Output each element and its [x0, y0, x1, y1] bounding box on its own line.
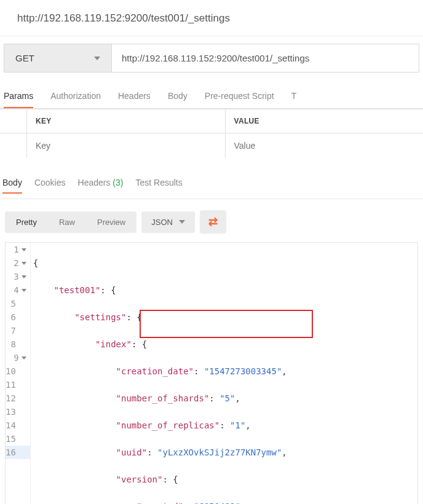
- request-tabs: Params Authorization Headers Body Pre-re…: [0, 73, 423, 109]
- headers-count-badge: (3): [113, 178, 123, 187]
- wrap-icon: ⇄: [208, 215, 218, 229]
- tab-tests[interactable]: T: [291, 91, 297, 108]
- format-label: JSON: [151, 218, 173, 227]
- tab-headers[interactable]: Headers: [118, 91, 151, 108]
- chevron-down-icon: [179, 220, 185, 224]
- params-table: KEY VALUE: [0, 109, 423, 158]
- tab-pre-request[interactable]: Pre-request Script: [205, 91, 274, 108]
- format-select[interactable]: JSON: [141, 211, 195, 233]
- column-value-header: VALUE: [226, 109, 424, 133]
- response-tab-cookies[interactable]: Cookies: [34, 178, 66, 194]
- response-tabs: Body Cookies Headers (3) Test Results: [0, 164, 423, 199]
- view-pretty[interactable]: Pretty: [5, 211, 48, 233]
- http-method-label: GET: [15, 53, 34, 63]
- line-gutter: 1 2 3 4 5 6 7 8 9 10 11 12 13 14 15 16: [6, 243, 31, 504]
- request-bar: GET: [4, 44, 419, 73]
- param-value-input[interactable]: [226, 133, 424, 158]
- response-tab-test-results[interactable]: Test Results: [135, 178, 182, 194]
- param-key-input[interactable]: [27, 133, 226, 158]
- request-url-input[interactable]: [112, 44, 419, 72]
- response-view-toolbar: Pretty Raw Preview JSON ⇄: [0, 199, 423, 242]
- view-preview[interactable]: Preview: [86, 211, 136, 233]
- column-key-header: KEY: [27, 109, 226, 133]
- http-method-select[interactable]: GET: [4, 44, 112, 72]
- response-tab-body[interactable]: Body: [2, 178, 22, 194]
- json-content: { "test001": { "settings": { "index": { …: [31, 243, 417, 504]
- response-body[interactable]: 1 2 3 4 5 6 7 8 9 10 11 12 13 14 15 16 {…: [5, 242, 418, 504]
- response-tab-headers[interactable]: Headers (3): [78, 178, 124, 194]
- line-wrap-button[interactable]: ⇄: [200, 210, 226, 234]
- view-raw[interactable]: Raw: [48, 211, 86, 233]
- tab-authorization[interactable]: Authorization: [50, 91, 101, 108]
- chevron-down-icon: [94, 57, 100, 60]
- request-title: http://192.168.119.152:9200/test001/_set…: [0, 0, 423, 36]
- tab-params[interactable]: Params: [4, 91, 33, 108]
- tab-body[interactable]: Body: [168, 91, 188, 108]
- view-mode-tabs: Pretty Raw Preview: [5, 211, 136, 233]
